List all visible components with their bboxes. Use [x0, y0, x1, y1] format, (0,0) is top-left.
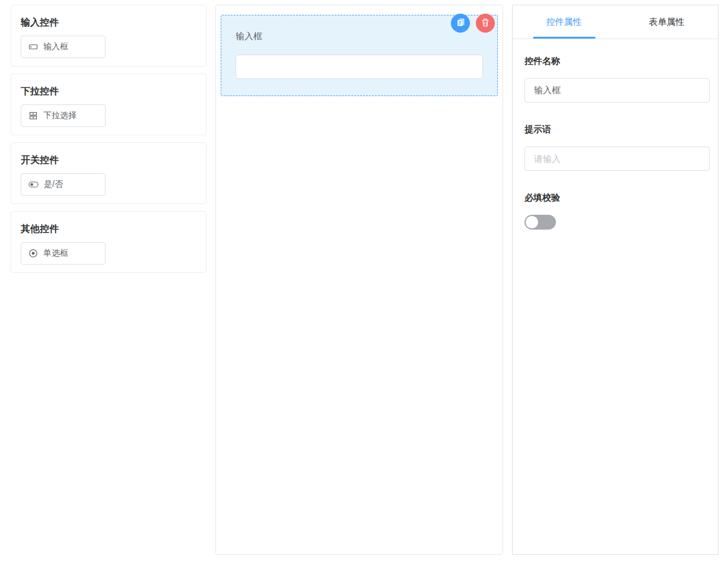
group-title: 输入控件: [21, 17, 196, 28]
field-widget-name: 控件名称: [524, 56, 710, 103]
palette-group-dropdown: 下拉控件 下拉选择: [11, 74, 206, 135]
canvas-widget-label: 输入框: [236, 31, 483, 42]
dropdown-icon: [28, 111, 38, 120]
form-canvas[interactable]: 输入框: [215, 5, 503, 555]
group-title: 其他控件: [21, 223, 196, 234]
widget-palette: 输入控件 输入框 下拉控件 下拉选择 开关控件: [11, 5, 206, 273]
radio-icon: [28, 249, 38, 258]
palette-item-dropdown-select[interactable]: 下拉选择: [21, 104, 106, 127]
toggle-knob: [526, 216, 538, 228]
input-box-icon: [28, 42, 38, 52]
palette-group-input: 输入控件 输入框: [11, 5, 206, 66]
palette-item-label: 是/否: [44, 179, 63, 190]
copy-widget-button[interactable]: [451, 14, 470, 33]
switch-icon: [28, 181, 39, 188]
required-toggle[interactable]: [524, 215, 556, 230]
copy-icon: [456, 17, 466, 29]
palette-group-other: 其他控件 单选框: [11, 211, 206, 273]
properties-tabs: 控件属性 表单属性: [513, 5, 718, 39]
palette-group-switch: 开关控件 是/否: [11, 142, 206, 204]
widget-action-buttons: [451, 14, 495, 33]
group-title: 开关控件: [21, 154, 196, 166]
tab-widget-properties[interactable]: 控件属性: [513, 5, 615, 39]
group-title: 下拉控件: [21, 85, 196, 97]
properties-panel: 控件属性 表单属性 控件名称 提示语 必填校验: [512, 5, 719, 555]
palette-item-yes-no[interactable]: 是/否: [21, 173, 106, 196]
canvas-widget-input-box[interactable]: 输入框: [221, 15, 498, 96]
palette-item-label: 下拉选择: [43, 110, 77, 121]
field-required-validation: 必填校验: [524, 192, 710, 232]
field-placeholder-text: 提示语: [524, 124, 710, 171]
trash-icon: [481, 18, 490, 29]
placeholder-text-input[interactable]: [524, 147, 710, 171]
field-label: 提示语: [524, 124, 710, 134]
palette-item-input-box[interactable]: 输入框: [21, 36, 106, 58]
widget-name-input[interactable]: [524, 78, 710, 103]
field-label: 控件名称: [524, 56, 710, 66]
form-designer: 输入控件 输入框 下拉控件 下拉选择 开关控件: [0, 0, 728, 563]
tab-form-properties[interactable]: 表单属性: [615, 5, 718, 39]
delete-widget-button[interactable]: [476, 14, 495, 33]
field-label: 必填校验: [524, 192, 710, 202]
palette-item-label: 输入框: [43, 42, 68, 52]
properties-body: 控件名称 提示语 必填校验: [513, 39, 718, 232]
palette-item-radio-box[interactable]: 单选框: [21, 242, 106, 265]
canvas-widget-input[interactable]: [236, 55, 483, 79]
palette-item-label: 单选框: [43, 248, 68, 259]
